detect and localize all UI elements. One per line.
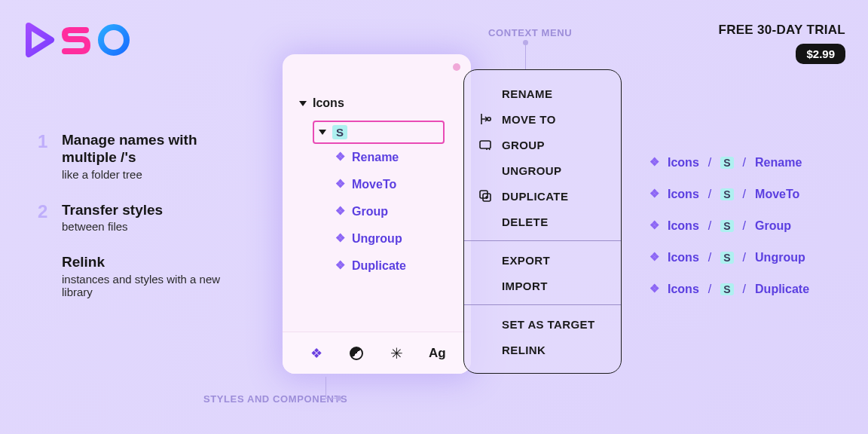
ctx-label: GROUP (502, 139, 545, 151)
ctx-duplicate[interactable]: DUPLICATE (464, 183, 621, 209)
component-icon (335, 179, 346, 190)
component-icon (335, 234, 346, 244)
path-item: Icons/ S/ Rename (649, 147, 809, 179)
tree-selected-label: S (332, 125, 347, 139)
ctx-separator (464, 240, 621, 241)
panel-footer: Ag (283, 332, 471, 374)
components-tab-icon[interactable] (308, 345, 325, 362)
tree-leaf-label: Rename (352, 151, 399, 164)
tree-selected-row[interactable]: S (313, 121, 445, 144)
component-icon (649, 157, 660, 168)
context-menu: RENAME MOVE TO GROUP UNGROUP DUPLICATE D… (463, 69, 622, 374)
path-item: Icons/ S/ Group (649, 210, 809, 242)
path-leaf: Group (755, 219, 791, 233)
path-leaf: MoveTo (755, 188, 799, 201)
feature-list: 1 Manage names with multiple /'s like a … (38, 132, 234, 319)
path-prefix: Icons (668, 188, 699, 201)
callout-line (525, 42, 526, 69)
path-prefix: Icons (668, 283, 699, 296)
component-icon (649, 221, 660, 231)
path-item: Icons/ S/ Ungroup (649, 242, 809, 274)
path-leaf: Rename (755, 156, 802, 170)
tree-leaf-label: Duplicate (352, 259, 406, 273)
feature-3: . Relink instances and styles with a new… (38, 254, 234, 298)
ctx-set-target[interactable]: SET AS TARGET (464, 311, 621, 337)
trial-text: FREE 30-DAY TRIAL (718, 23, 845, 38)
tree-root-row[interactable]: Icons (299, 92, 454, 115)
feature-title: Relink (62, 254, 234, 271)
tree-leaf[interactable]: Group (335, 198, 454, 225)
tree-leaf[interactable]: MoveTo (335, 171, 454, 198)
ctx-export[interactable]: EXPORT (464, 247, 621, 273)
colors-tab-icon[interactable] (348, 345, 365, 362)
panel-close-dot[interactable] (453, 63, 460, 71)
path-item: Icons/ S/ Duplicate (649, 274, 809, 305)
component-icon (335, 152, 346, 163)
feature-subtitle: between files (62, 220, 234, 233)
ctx-rename[interactable]: RENAME (464, 81, 621, 106)
ctx-delete[interactable]: DELETE (464, 209, 621, 234)
chevron-down-icon (319, 130, 326, 135)
component-tree: Icons S Rename MoveTo Group Ungroup (283, 54, 471, 332)
ctx-label: DUPLICATE (502, 190, 568, 203)
path-leaf: Duplicate (755, 283, 809, 296)
svg-point-0 (101, 27, 127, 53)
path-list: Icons/ S/ Rename Icons/ S/ MoveTo Icons/… (649, 147, 809, 305)
logo-circle-icon (95, 21, 133, 59)
path-prefix: Icons (668, 219, 699, 233)
feature-number: 1 (38, 132, 51, 181)
path-prefix: Icons (668, 251, 699, 264)
path-mid: S (720, 188, 733, 200)
effects-tab-icon[interactable] (389, 345, 405, 362)
ctx-import[interactable]: IMPORT (464, 273, 621, 298)
ctx-ungroup[interactable]: UNGROUP (464, 157, 621, 183)
duplicate-icon (478, 188, 493, 203)
feature-title: Transfer styles (62, 202, 234, 219)
path-mid: S (720, 252, 733, 264)
component-icon (649, 189, 660, 200)
logo-s-icon (59, 21, 93, 59)
component-icon (649, 284, 660, 295)
ctx-label: SET AS TARGET (502, 318, 595, 331)
ctx-label: RELINK (502, 344, 546, 356)
ctx-move-to[interactable]: MOVE TO (464, 106, 621, 132)
feature-title: Manage names with multiple /'s (62, 132, 234, 167)
callout-dot (336, 396, 341, 401)
ctx-separator (464, 304, 621, 305)
tree-leaf-label: MoveTo (352, 178, 396, 191)
price-badge[interactable]: $2.99 (796, 44, 845, 64)
tree-leaf-label: Group (352, 205, 388, 219)
styles-panel: Icons S Rename MoveTo Group Ungroup (283, 54, 471, 374)
tree-root-label: Icons (313, 96, 344, 110)
ctx-label: MOVE TO (502, 113, 556, 126)
path-mid: S (720, 220, 733, 232)
tree-leaf[interactable]: Ungroup (335, 225, 454, 252)
ctx-label: IMPORT (502, 280, 548, 292)
feature-subtitle: instances and styles with a new library (62, 273, 234, 298)
ctx-group[interactable]: GROUP (464, 132, 621, 157)
group-icon (478, 137, 493, 152)
component-icon (335, 261, 346, 271)
chevron-down-icon (299, 101, 307, 106)
component-icon (335, 206, 346, 217)
path-mid: S (720, 157, 733, 169)
path-prefix: Icons (668, 156, 699, 170)
tree-leaf[interactable]: Rename (335, 144, 454, 171)
ctx-label: EXPORT (502, 254, 550, 267)
feature-subtitle: like a folder tree (62, 168, 234, 181)
path-leaf: Ungroup (755, 251, 805, 264)
feature-number: 2 (38, 202, 51, 234)
ctx-label: UNGROUP (502, 164, 561, 177)
path-mid: S (720, 283, 733, 295)
tree-leaf-label: Ungroup (352, 232, 402, 246)
logo (23, 21, 133, 59)
feature-2: 2 Transfer styles between files (38, 202, 234, 234)
callout-line (326, 377, 326, 398)
ctx-relink[interactable]: RELINK (464, 337, 621, 362)
feature-1: 1 Manage names with multiple /'s like a … (38, 132, 234, 181)
svg-point-1 (487, 118, 491, 121)
ctx-label: DELETE (502, 215, 549, 228)
tree-leaf[interactable]: Duplicate (335, 252, 454, 280)
text-tab-icon[interactable]: Ag (429, 345, 445, 362)
context-menu-callout: CONTEXT MENU (488, 27, 572, 38)
